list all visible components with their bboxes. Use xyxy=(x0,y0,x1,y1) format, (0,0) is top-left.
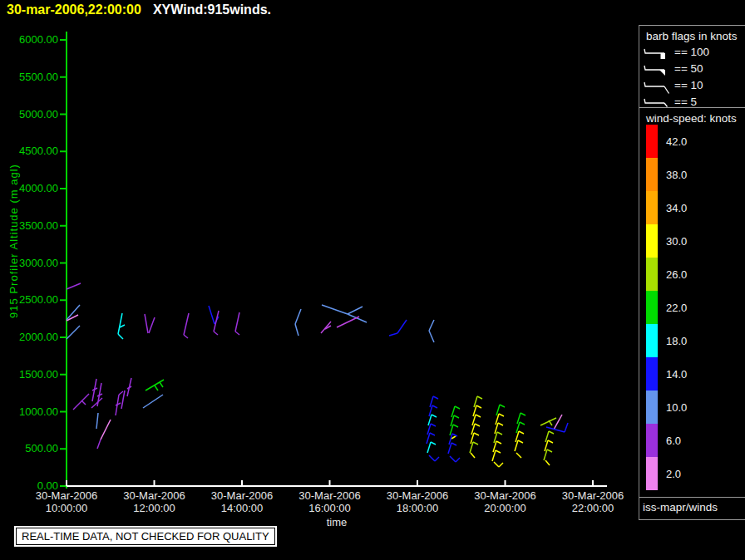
plot-line xyxy=(548,440,553,443)
plot-line xyxy=(235,332,239,335)
y-tick-label: 1500.00 xyxy=(7,368,58,381)
plot-line xyxy=(432,405,437,408)
plot-line xyxy=(184,313,189,335)
plot-line xyxy=(430,433,435,435)
x-tick-label: 30-Mar-200610:00:00 xyxy=(22,489,111,514)
y-tick-label: 5000.00 xyxy=(7,108,58,120)
x-tick-label: 30-Mar-200622:00:00 xyxy=(549,489,637,514)
plot-line xyxy=(476,405,481,408)
plot-line xyxy=(494,462,499,467)
plot-line xyxy=(450,456,456,462)
plot-line xyxy=(67,326,80,339)
plot-line xyxy=(499,463,503,467)
plot-line xyxy=(96,413,98,429)
plot-line xyxy=(545,460,550,465)
plot-line xyxy=(435,457,439,461)
plot-line xyxy=(452,434,457,436)
plot-line xyxy=(473,442,478,445)
colorbar-title: wind-speed: knots xyxy=(646,112,737,125)
x-tick-label: 30-Mar-200616:00:00 xyxy=(286,489,374,514)
plot-line xyxy=(470,442,473,453)
plot-line xyxy=(118,313,122,334)
colorbar-label: 42.0 xyxy=(666,135,687,148)
y-tick-label: 5500.00 xyxy=(7,71,58,83)
title-bar: 30-mar-2006,22:00:00XYWind:915winds. xyxy=(7,2,271,17)
plot-line xyxy=(429,320,434,331)
colorbar-label: 34.0 xyxy=(666,202,687,214)
panel-divider-source-top xyxy=(639,497,745,498)
plot-line xyxy=(448,443,451,454)
plot-line xyxy=(519,431,524,434)
y-tick-label: 2500.00 xyxy=(7,293,58,306)
plot-line xyxy=(143,395,163,408)
plot-line xyxy=(322,305,348,314)
colorbar-swatch xyxy=(646,357,658,391)
colorbar-label: 30.0 xyxy=(666,235,687,248)
x-tick-label: 30-Mar-200620:00:00 xyxy=(461,489,550,514)
plot-line xyxy=(451,443,456,445)
y-tick-label: 4000.00 xyxy=(7,182,58,194)
colorbar-label: 18.0 xyxy=(666,335,687,347)
plot-line xyxy=(565,423,568,432)
quality-notice-box: REAL-TIME DATA, NOT CHECKED FOR QUALITY xyxy=(14,526,277,547)
plot-line xyxy=(500,405,505,407)
plot-line xyxy=(497,432,502,435)
barb-legend-row: == 5 xyxy=(643,93,709,110)
quality-notice-text: REAL-TIME DATA, NOT CHECKED FOR QUALITY xyxy=(16,528,275,545)
plot-line xyxy=(431,424,436,426)
plot-line xyxy=(475,424,480,426)
barb-legend-label: == 50 xyxy=(674,62,703,75)
plot-line xyxy=(521,413,525,415)
title-datetime: 30-mar-2006,22:00:00 xyxy=(7,2,141,17)
colorbar-label: 6.0 xyxy=(666,435,681,447)
y-tick-label: 3000.00 xyxy=(7,257,58,269)
plot-line xyxy=(235,312,239,332)
barb-legend: == 100== 50== 10== 5 xyxy=(643,43,709,110)
x-tick-label: 30-Mar-200614:00:00 xyxy=(198,489,286,514)
plot-line xyxy=(498,423,503,425)
x-axis-label: time xyxy=(295,516,378,528)
plot-line xyxy=(73,394,89,410)
plot-line xyxy=(348,307,363,314)
plot-line xyxy=(515,440,518,451)
plot-line xyxy=(295,324,298,336)
plot-line xyxy=(295,309,301,324)
plot-line xyxy=(547,449,552,452)
colorbar-label: 26.0 xyxy=(666,268,687,281)
plot-line xyxy=(120,325,125,327)
plot-line xyxy=(429,331,434,342)
wind-barb-icon xyxy=(643,92,671,111)
plot-line xyxy=(544,449,547,460)
colorbar-label: 2.0 xyxy=(666,468,681,480)
colorbar-swatch xyxy=(646,424,658,457)
plot-line xyxy=(496,450,501,453)
plot-line xyxy=(101,420,111,440)
plot-line xyxy=(214,311,219,332)
barb-legend-row: == 50 xyxy=(643,60,709,76)
plot-line xyxy=(453,425,458,427)
plot-line xyxy=(184,335,188,338)
y-axis-label: 915 Profiler Altitude (m agl) xyxy=(7,17,21,465)
wind-barb-icon xyxy=(643,42,671,61)
plot-line xyxy=(389,333,397,336)
colorbar-swatch xyxy=(646,125,658,158)
colorbar-swatch xyxy=(646,291,658,324)
colorbar-swatch xyxy=(646,457,658,490)
plot-line xyxy=(471,453,475,458)
plot-line xyxy=(477,396,482,399)
plot-line xyxy=(209,306,215,324)
panel-divider-top xyxy=(639,25,745,26)
plot-line xyxy=(81,400,86,405)
plot-line xyxy=(474,433,479,435)
wind-profile-plot xyxy=(0,0,745,560)
page-title: XYWind:915winds. xyxy=(153,2,271,17)
plot-line xyxy=(549,431,554,434)
plot-line xyxy=(214,332,218,335)
plot-line xyxy=(499,414,504,416)
y-tick-label: 3500.00 xyxy=(7,219,58,232)
plot-line xyxy=(432,415,437,417)
colorbar-swatch xyxy=(646,324,658,357)
x-tick-label: 30-Mar-200612:00:00 xyxy=(111,489,199,514)
barb-legend-label: == 10 xyxy=(674,79,703,91)
plot-line xyxy=(496,441,501,444)
